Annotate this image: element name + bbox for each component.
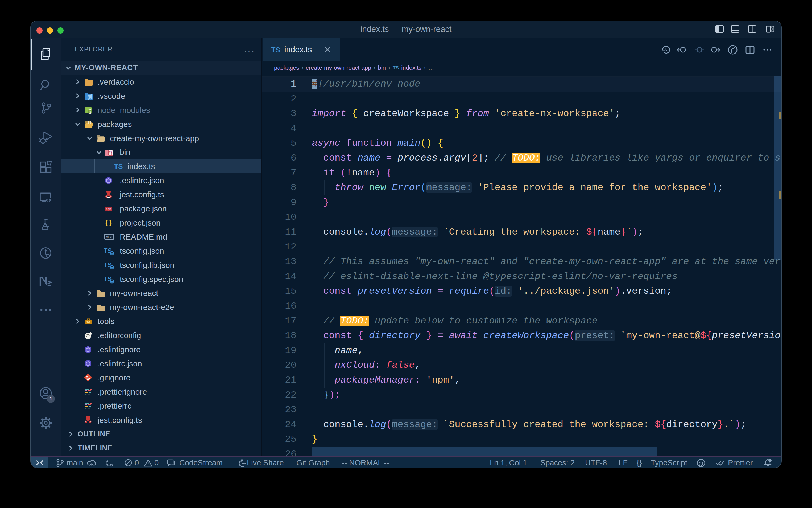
svg-text:js: js [89,110,91,113]
svg-text:{}: {} [105,219,112,226]
svg-text:10: 10 [109,153,112,156]
svg-text:TS: TS [114,162,123,170]
svg-text:npm: npm [106,208,111,211]
svg-text:M: M [106,235,109,239]
